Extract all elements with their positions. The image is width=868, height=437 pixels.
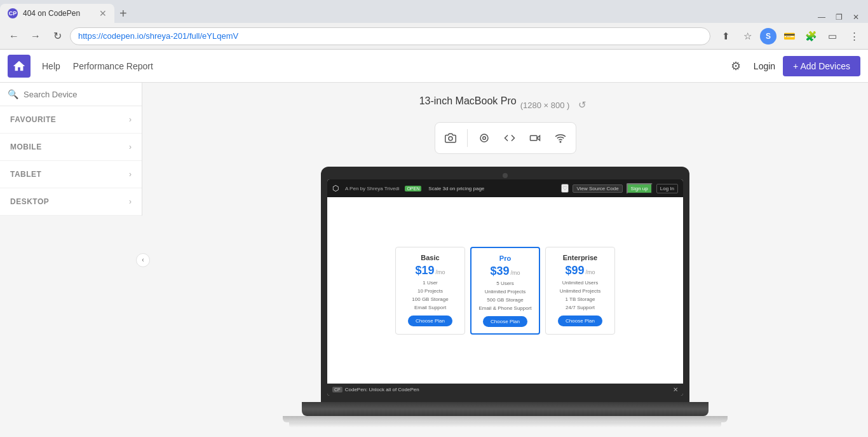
bookmark-icon[interactable]: ☆: [738, 27, 756, 45]
codepen-pen-title: Scale 3d on pricing page: [428, 186, 484, 191]
screenshot-tool-button[interactable]: [439, 127, 462, 149]
touch-tool-button[interactable]: [473, 127, 496, 149]
sidebar-item-desktop[interactable]: DESKTOP ›: [0, 188, 142, 215]
login-button[interactable]: Login: [746, 57, 783, 75]
codepen-signup-button[interactable]: Sign up: [627, 183, 653, 194]
basic-card-title: Basic: [421, 254, 439, 261]
forward-button[interactable]: →: [27, 27, 44, 45]
chevron-icon-favourite: ›: [129, 115, 132, 124]
codepen-notification-icon: CP: [332, 387, 342, 392]
codepen-heart-button[interactable]: ♡: [561, 184, 569, 193]
sidebar-section-tablet: TABLET ›: [0, 161, 142, 188]
pro-feature-4: Email & Phone Support: [478, 305, 531, 311]
wifi-tool-button[interactable]: [549, 127, 572, 149]
codepen-pen-author: A Pen by Shreya Trivedi: [345, 186, 399, 191]
maximize-button[interactable]: ❐: [832, 11, 846, 23]
laptop-base: [302, 402, 709, 416]
pro-period: /mo: [511, 270, 520, 276]
sidebar-toggle-icon[interactable]: ▭: [824, 27, 841, 45]
sidebar-item-mobile[interactable]: MOBILE ›: [0, 134, 142, 160]
refresh-device-button[interactable]: ↺: [573, 96, 591, 114]
sidebar-section-title-desktop: DESKTOP: [10, 197, 49, 206]
pricing-cards-container: Basic $19 /mo 1 User 10 Projects 100 GB …: [395, 247, 615, 335]
basic-price: $19: [415, 264, 434, 277]
add-devices-button[interactable]: + Add Devices: [783, 56, 860, 76]
sidebar-section-desktop: DESKTOP ›: [0, 188, 142, 216]
chevron-icon-tablet: ›: [129, 170, 132, 179]
basic-feature-4: Email Support: [414, 305, 446, 310]
wifi-icon: [555, 132, 566, 144]
extensions-icon[interactable]: 🧩: [802, 27, 820, 45]
settings-gear-button[interactable]: ⚙: [726, 57, 746, 76]
codepen-iframe: ⬡ A Pen by Shreya Trivedi OPEN Scale 3d …: [327, 179, 683, 396]
device-toolbar: [435, 122, 576, 154]
enterprise-card-title: Enterprise: [563, 254, 597, 261]
enterprise-period: /mo: [586, 269, 595, 275]
pricing-area: Basic $19 /mo 1 User 10 Projects 100 GB …: [327, 197, 683, 384]
search-input[interactable]: [24, 90, 134, 99]
video-icon: [529, 132, 541, 144]
enterprise-feature-4: 24/7 Support: [566, 305, 595, 310]
back-button[interactable]: ←: [5, 27, 23, 45]
sidebar: 🔍 FAVOURITE › MOBILE › TABLET ›: [0, 83, 142, 216]
pro-card-title: Pro: [499, 254, 511, 262]
camera-icon: [445, 132, 456, 144]
laptop-mockup: ⬡ A Pen by Shreya Trivedi OPEN Scale 3d …: [283, 167, 728, 427]
pro-cta-button[interactable]: Choose Plan: [483, 316, 527, 327]
svg-rect-3: [530, 135, 537, 141]
performance-nav-link[interactable]: Performance Report: [67, 61, 159, 71]
sidebar-section-favourite: FAVOURITE ›: [0, 106, 142, 134]
svg-point-5: [560, 141, 561, 142]
codepen-view-source-button[interactable]: View Source Code: [573, 184, 622, 193]
profile-avatar[interactable]: S: [760, 28, 776, 45]
chevron-icon-desktop: ›: [129, 197, 132, 206]
pricing-card-basic: Basic $19 /mo 1 User 10 Projects 100 GB …: [395, 247, 465, 335]
basic-cta-button[interactable]: Choose Plan: [408, 316, 452, 326]
codepen-navbar: ⬡ A Pen by Shreya Trivedi OPEN Scale 3d …: [327, 179, 683, 197]
tab-favicon: CP: [8, 8, 18, 18]
sidebar-item-favourite[interactable]: FAVOURITE ›: [0, 106, 142, 133]
active-tab[interactable]: CP 404 on CodePen ✕: [0, 4, 114, 23]
sidebar-section-title-mobile: MOBILE: [10, 142, 42, 151]
search-icon: 🔍: [8, 89, 18, 99]
laptop-foot: [283, 416, 728, 422]
codepen-login-button[interactable]: Log In: [656, 184, 678, 193]
toolbar-separator: [467, 129, 468, 147]
laptop-screen-outer: ⬡ A Pen by Shreya Trivedi OPEN Scale 3d …: [321, 167, 689, 402]
close-tab-btn[interactable]: ✕: [99, 8, 107, 18]
enterprise-feature-2: Unlimited Projects: [560, 288, 600, 294]
address-input[interactable]: [70, 27, 710, 45]
basic-feature-3: 100 GB Storage: [412, 296, 448, 302]
pro-feature-1: 5 Users: [496, 281, 514, 286]
main-layout: 🔍 FAVOURITE › MOBILE › TABLET ›: [0, 83, 868, 437]
sidebar-collapse-button[interactable]: ‹: [136, 253, 150, 267]
enterprise-price: $99: [565, 264, 584, 277]
laptop-reflection: [289, 422, 721, 427]
device-title: 13-inch MacBook Pro: [419, 95, 517, 107]
enterprise-cta-button[interactable]: Choose Plan: [558, 316, 602, 326]
help-nav-link[interactable]: Help: [36, 61, 67, 71]
enterprise-feature-3: 1 TB Storage: [566, 296, 595, 302]
close-window-button[interactable]: ✕: [849, 11, 863, 23]
home-logo-icon: [12, 59, 26, 73]
codepen-notification-text: CodePen: Unlock all of CodePen: [345, 387, 419, 392]
menu-icon[interactable]: ⋮: [845, 27, 863, 45]
reload-button[interactable]: ↻: [48, 27, 66, 45]
wallet-icon[interactable]: 💳: [780, 27, 798, 45]
code-tool-button[interactable]: [498, 127, 521, 149]
sidebar-section-mobile: MOBILE ›: [0, 134, 142, 161]
svg-point-1: [480, 134, 488, 142]
codepen-notification-close[interactable]: ✕: [673, 386, 678, 393]
video-tool-button[interactable]: [524, 127, 546, 149]
share-icon[interactable]: ⬆: [717, 27, 735, 45]
minimize-button[interactable]: —: [814, 11, 829, 23]
sidebar-item-tablet[interactable]: TABLET ›: [0, 161, 142, 188]
sidebar-section-title-favourite: FAVOURITE: [10, 115, 56, 124]
enterprise-feature-1: Unlimited Users: [562, 280, 598, 286]
new-tab-button[interactable]: +: [114, 4, 132, 23]
laptop-screen-inner: ⬡ A Pen by Shreya Trivedi OPEN Scale 3d …: [327, 179, 683, 396]
pro-feature-3: 500 GB Storage: [487, 297, 523, 303]
pricing-card-pro: Pro $39 /mo 5 Users Unlimited Projects 5…: [470, 247, 540, 335]
svg-point-0: [449, 137, 452, 141]
basic-period: /mo: [436, 269, 445, 275]
